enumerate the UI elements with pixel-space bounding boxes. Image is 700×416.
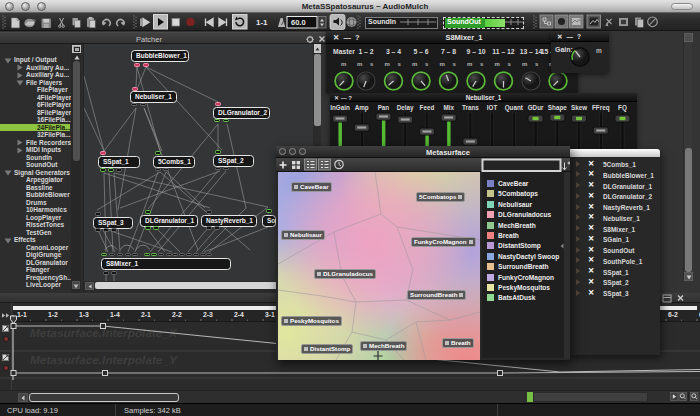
svg-text:1-1: 1-1 xyxy=(256,18,268,27)
svg-text:60.0: 60.0 xyxy=(291,18,306,27)
